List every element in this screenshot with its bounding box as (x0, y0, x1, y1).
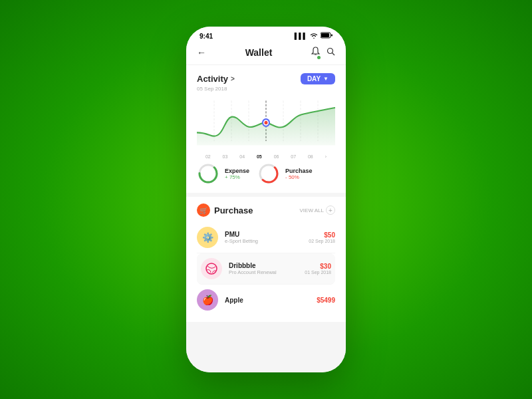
pmu-date: 02 Sep 2018 (309, 239, 335, 243)
purchase-label: Purchase (285, 168, 313, 174)
purchase-item-pmu[interactable]: ⚙️ PMU e-Sport Betting $50 02 Sep 2018 (197, 222, 335, 253)
pmu-amount: $50 (309, 231, 335, 239)
expense-label: Expense (225, 168, 249, 174)
wifi-icon (310, 33, 318, 40)
pmu-name: PMU (225, 231, 302, 238)
chart-label-07: 07 (291, 154, 296, 159)
apple-name: Apple (225, 297, 310, 304)
dribbble-amount: $30 (305, 263, 331, 270)
expense-donut (197, 162, 219, 185)
search-icon[interactable] (327, 47, 335, 58)
activity-header: Activity > DAY ▼ (197, 73, 335, 84)
notification-dot (317, 56, 321, 59)
svg-point-14 (265, 121, 268, 124)
svg-point-19 (206, 263, 217, 274)
purchase-title-row: 🛒 Purchase (197, 203, 253, 217)
activity-chart (197, 97, 335, 150)
nav-icons (311, 47, 335, 58)
dribbble-info: Dribbble Pro Account Renewal (229, 262, 298, 275)
purchase-header: 🛒 Purchase VIEW ALL + (197, 203, 335, 217)
add-purchase-button[interactable]: + (326, 205, 335, 215)
chart-label-04: 04 (239, 154, 245, 159)
expense-metric: Expense + 75% (197, 162, 249, 185)
signal-icon: ▌▌▌ (295, 33, 307, 39)
nav-title: Wallet (245, 47, 273, 58)
metrics-row: Expense + 75% Purchase - 50% (197, 157, 335, 188)
purchase-metric: Purchase - 50% (257, 162, 313, 185)
svg-rect-1 (321, 33, 329, 37)
purchase-item-apple[interactable]: 🍎 Apple $5499 (197, 285, 335, 315)
purchase-title: Purchase (214, 205, 253, 215)
status-time: 9:41 (200, 33, 213, 40)
chart-label-06: 06 (274, 154, 279, 159)
activity-date: 05 Sep 2018 (197, 86, 335, 92)
chart-container: 02 03 04 05 06 07 08 › (197, 97, 335, 157)
purchase-donut (257, 162, 280, 185)
apple-info: Apple (225, 297, 310, 304)
day-button[interactable]: DAY ▼ (301, 73, 335, 84)
svg-rect-2 (331, 35, 332, 37)
pmu-sub: e-Sport Betting (225, 238, 302, 244)
chart-labels: 02 03 04 05 06 07 08 › (197, 154, 335, 159)
chart-label-03: 03 (223, 154, 228, 159)
dribbble-date: 01 Sep 2018 (305, 270, 331, 275)
activity-title: Activity > (197, 74, 235, 84)
purchase-badge-icon: 🛒 (197, 203, 210, 217)
chart-label-05: 05 (257, 154, 262, 159)
chart-label-more: › (325, 154, 327, 159)
expense-value: + 75% (225, 174, 249, 180)
apple-amount: $5499 (317, 297, 335, 304)
expense-info: Expense + 75% (225, 168, 249, 180)
purchase-section: 🛒 Purchase VIEW ALL + ⚙️ PMU e-Sport Bet… (186, 197, 346, 322)
purchase-item-dribbble[interactable]: Dribbble Pro Account Renewal $30 01 Sep … (197, 253, 335, 285)
status-icons: ▌▌▌ (295, 32, 332, 40)
pmu-icon: ⚙️ (197, 227, 218, 248)
battery-icon (321, 32, 332, 40)
dribbble-name: Dribbble (229, 262, 298, 269)
view-all-button[interactable]: VIEW ALL + (300, 205, 335, 215)
phone-frame: 9:41 ▌▌▌ ← Wallet (186, 27, 346, 372)
nav-bar: ← Wallet (186, 43, 346, 65)
dribbble-icon (201, 258, 222, 279)
chart-label-02: 02 (205, 154, 211, 159)
svg-point-4 (328, 48, 333, 53)
day-caret: ▼ (323, 76, 329, 82)
purchase-value: - 50% (285, 174, 313, 180)
purchase-info: Purchase - 50% (285, 168, 313, 180)
status-bar: 9:41 ▌▌▌ (186, 27, 346, 43)
dribbble-right: $30 01 Sep 2018 (305, 263, 331, 275)
content: Activity > DAY ▼ 05 Sep 2018 (186, 65, 346, 372)
dribbble-sub: Pro Account Renewal (229, 269, 298, 275)
apple-icon: 🍎 (197, 289, 218, 311)
pmu-right: $50 02 Sep 2018 (309, 231, 335, 243)
pmu-info: PMU e-Sport Betting (225, 231, 302, 244)
back-button[interactable]: ← (197, 47, 206, 58)
chart-label-08: 08 (308, 154, 313, 159)
apple-right: $5499 (317, 297, 335, 304)
activity-section: Activity > DAY ▼ 05 Sep 2018 (186, 65, 346, 193)
notification-icon[interactable] (311, 47, 320, 58)
svg-line-5 (332, 53, 335, 55)
activity-chevron[interactable]: > (231, 75, 235, 82)
